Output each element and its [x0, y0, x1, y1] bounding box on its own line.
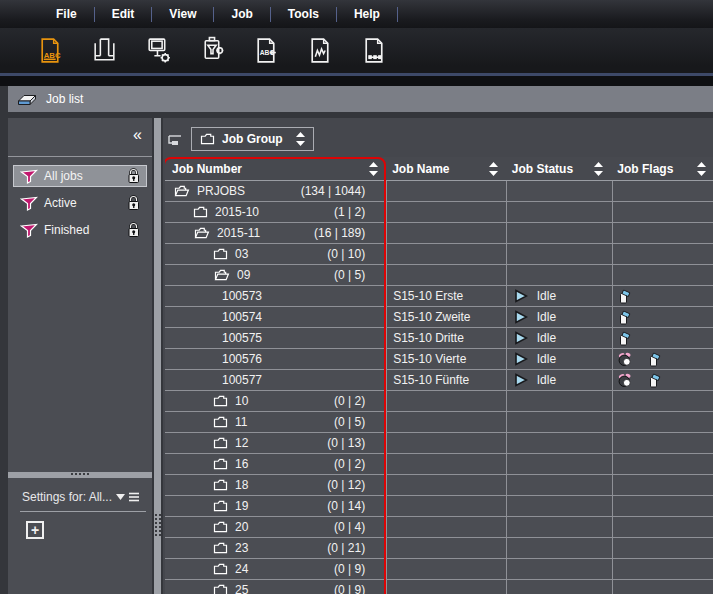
- column-header-job-flags[interactable]: Job Flags: [610, 157, 713, 180]
- sort-arrows-icon[interactable]: [369, 162, 378, 176]
- menu-view[interactable]: View: [159, 3, 206, 25]
- folder-closed-icon[interactable]: [213, 563, 228, 575]
- job-number-cell: 18(0 | 12): [165, 475, 385, 495]
- folder-open-icon[interactable]: [213, 269, 230, 281]
- horizontal-splitter[interactable]: [8, 472, 152, 478]
- job-number-cell: 20(0 | 4): [165, 517, 385, 537]
- proof-document-icon[interactable]: [304, 35, 336, 67]
- job-row[interactable]: 100575S15-10 DritteIdle: [165, 328, 713, 349]
- menu-separator: [213, 7, 214, 22]
- folder-closed-icon[interactable]: [213, 437, 228, 449]
- menu-job[interactable]: Job: [221, 3, 262, 25]
- job-row[interactable]: 100574S15-10 ZweiteIdle: [165, 307, 713, 328]
- folder-closed-icon[interactable]: [193, 206, 208, 218]
- folder-closed-icon[interactable]: [213, 479, 228, 491]
- folder-closed-icon[interactable]: [213, 248, 228, 260]
- group-name: 25: [235, 583, 248, 594]
- group-name: 2015-10: [215, 205, 259, 219]
- job-number-cell: 12(0 | 13): [165, 433, 385, 453]
- folder-closed-icon[interactable]: [213, 500, 228, 512]
- job-flags-cell: [610, 580, 713, 594]
- job-flags-cell: [610, 307, 713, 327]
- menu-bar: FileEditViewJobToolsHelp: [0, 0, 713, 28]
- column-header-job-name[interactable]: Job Name: [385, 157, 505, 180]
- job-row[interactable]: 100576S15-10 VierteIdle: [165, 349, 713, 370]
- job-number-cell: 09(0 | 5): [165, 265, 385, 285]
- group-count: (0 | 9): [334, 583, 365, 594]
- settings-menu-button[interactable]: [116, 491, 140, 503]
- collapse-tree-icon[interactable]: [167, 133, 183, 146]
- job-status-cell: [505, 202, 611, 222]
- job-name-cell: [385, 202, 505, 222]
- folder-open-icon[interactable]: [173, 185, 190, 197]
- menu-separator: [151, 7, 152, 22]
- folder-closed-icon[interactable]: [213, 521, 228, 533]
- folder-closed-icon[interactable]: [213, 584, 228, 594]
- job-flag-blue-icon: [618, 289, 631, 304]
- job-flags-cell: [610, 328, 713, 348]
- import-text-icon[interactable]: ABC: [250, 35, 282, 67]
- job-row[interactable]: 100577S15-10 FünfteIdle: [165, 370, 713, 391]
- job-status-cell: [505, 454, 611, 474]
- group-row[interactable]: PRJOBS(134 | 1044): [165, 181, 713, 202]
- folder-closed-icon[interactable]: [213, 416, 228, 428]
- job-flags-cell: [610, 496, 713, 516]
- menu-edit[interactable]: Edit: [102, 3, 145, 25]
- group-row[interactable]: 2015-10(1 | 2): [165, 202, 713, 223]
- status-label: Idle: [537, 331, 556, 345]
- workstation-settings-icon[interactable]: [142, 35, 174, 67]
- vertical-splitter[interactable]: [154, 118, 161, 594]
- group-by-selector[interactable]: Job Group: [191, 127, 314, 151]
- group-row[interactable]: 12(0 | 13): [165, 433, 713, 454]
- filter-finished[interactable]: Finished: [13, 219, 147, 241]
- sort-arrows-icon[interactable]: [594, 162, 603, 176]
- group-row[interactable]: 25(0 | 9): [165, 580, 713, 594]
- add-setting-button[interactable]: +: [26, 521, 44, 539]
- sort-arrows-icon[interactable]: [697, 162, 706, 176]
- group-row[interactable]: 16(0 | 2): [165, 454, 713, 475]
- folder-open-icon[interactable]: [193, 227, 210, 239]
- group-count: (0 | 21): [327, 541, 365, 555]
- sidebar-header: «: [8, 118, 152, 157]
- job-name-cell: [385, 454, 505, 474]
- processor-settings-icon[interactable]: [196, 35, 228, 67]
- column-header-job-status[interactable]: Job Status: [505, 157, 611, 180]
- group-row[interactable]: 03(0 | 10): [165, 244, 713, 265]
- menu-tools[interactable]: Tools: [278, 3, 329, 25]
- column-header-job-number[interactable]: Job Number: [165, 157, 385, 180]
- sidebar-collapse-button[interactable]: «: [133, 126, 142, 144]
- filter-funnel-icon: [20, 223, 38, 238]
- folder-closed-icon[interactable]: [213, 395, 228, 407]
- output-tray-icon[interactable]: [88, 35, 120, 67]
- job-status-cell: [505, 580, 611, 594]
- job-number: 100573: [165, 289, 262, 303]
- filter-active[interactable]: Active: [13, 192, 147, 214]
- folder-closed-icon[interactable]: [213, 458, 228, 470]
- group-row[interactable]: 10(0 | 2): [165, 391, 713, 412]
- job-number-cell: 100575: [165, 328, 385, 348]
- group-row[interactable]: 18(0 | 12): [165, 475, 713, 496]
- application-window: FileEditViewJobToolsHelp ABCABC Job list…: [0, 0, 713, 594]
- group-row[interactable]: 11(0 | 5): [165, 412, 713, 433]
- sort-arrows-icon[interactable]: [489, 162, 498, 176]
- job-status-cell: [505, 559, 611, 579]
- group-row[interactable]: 19(0 | 14): [165, 496, 713, 517]
- job-status-cell: [505, 223, 611, 243]
- job-name-cell: [385, 475, 505, 495]
- filter-funnel-icon: [20, 169, 38, 184]
- filter-all-jobs[interactable]: All jobs: [13, 165, 147, 187]
- folder-closed-icon[interactable]: [213, 542, 228, 554]
- group-count: (0 | 9): [334, 562, 365, 576]
- status-idle-icon: [514, 289, 528, 303]
- job-list-icon[interactable]: ABC: [34, 35, 66, 67]
- menu-file[interactable]: File: [46, 3, 87, 25]
- group-row[interactable]: 2015-11(16 | 189): [165, 223, 713, 244]
- group-row[interactable]: 23(0 | 21): [165, 538, 713, 559]
- linked-document-icon[interactable]: [358, 35, 390, 67]
- menu-separator: [270, 7, 271, 22]
- job-row[interactable]: 100573S15-10 ErsteIdle: [165, 286, 713, 307]
- group-row[interactable]: 09(0 | 5): [165, 265, 713, 286]
- menu-help[interactable]: Help: [344, 3, 390, 25]
- group-row[interactable]: 20(0 | 4): [165, 517, 713, 538]
- group-row[interactable]: 24(0 | 9): [165, 559, 713, 580]
